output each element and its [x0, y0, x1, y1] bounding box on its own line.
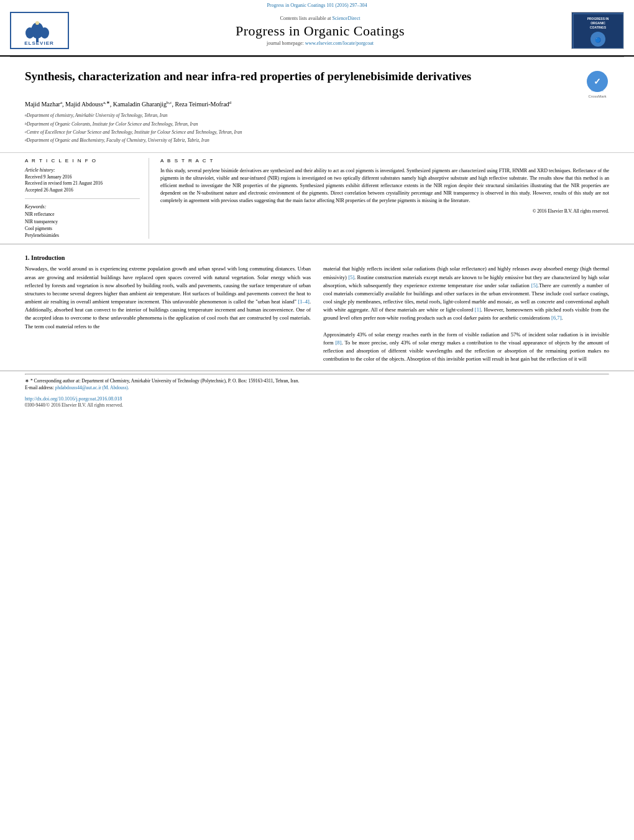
keyword-4: Perylenebisimides — [25, 232, 140, 239]
elsevier-logo: ELSEVIER — [10, 12, 69, 49]
article-history: Article history: Received 9 January 2016… — [25, 167, 140, 200]
svg-text:ELSEVIER: ELSEVIER — [24, 40, 54, 46]
copyright-line: © 2016 Elsevier B.V. All rights reserved… — [160, 208, 609, 214]
header-content: ELSEVIER Contents lists available at Sci… — [0, 9, 634, 52]
affiliations: a Department of chemistry, Amirkabir Uni… — [0, 110, 634, 149]
contents-text: Contents lists available at — [280, 16, 331, 21]
svg-text:CrossMark: CrossMark — [591, 89, 603, 92]
svg-point-3 — [25, 27, 34, 39]
journal-issue-text: Progress in Organic Coatings 101 (2016) … — [267, 2, 367, 8]
footnote-email-label: E-mail address: — [25, 385, 54, 390]
cover-svg: PROGRESS IN ORGANIC COATINGS 🔵 — [572, 12, 624, 49]
affiliation-d: d Department of Organic and Biochemistry… — [25, 137, 609, 145]
footer-issn: 0300-9440/© 2016 Elsevier B.V. All right… — [25, 402, 609, 408]
footnote-address: * Corresponding author at: Department of… — [30, 378, 299, 384]
affil-b-text: Department of Organic Colorants, Institu… — [27, 121, 198, 129]
intro-left-text: Nowadays, the world around us is experie… — [25, 265, 311, 330]
contents-line: Contents lists available at ScienceDirec… — [69, 16, 571, 21]
intro-left-col: Nowadays, the world around us is experie… — [25, 265, 311, 363]
footnote-section: ∗ * Corresponding author at: Department … — [0, 371, 634, 392]
intro-right-col: material that highly reflects incident s… — [323, 265, 609, 363]
svg-text:ORGANIC: ORGANIC — [590, 21, 605, 25]
homepage-url[interactable]: www.elsevier.com/locate/porgcoat — [305, 40, 374, 46]
svg-text:COATINGS: COATINGS — [590, 25, 607, 29]
intro-heading: 1. Introduction — [25, 254, 609, 261]
footnote-text: ∗ * Corresponding author at: Department … — [25, 377, 609, 392]
svg-text:PROGRESS IN: PROGRESS IN — [587, 17, 609, 21]
svg-point-5 — [35, 21, 39, 25]
intro-two-col: Nowadays, the world around us is experie… — [25, 265, 609, 363]
footnote-divider — [25, 374, 609, 375]
article-title-section: Synthesis, characterization and near inf… — [0, 57, 634, 97]
abstract-text: In this study, several perylene bisimide… — [160, 167, 609, 205]
doi-anchor[interactable]: http://dx.doi.org/10.1016/j.porgcoat.201… — [25, 396, 122, 402]
affil-c-text: Centre of Excellence for Colour Science … — [27, 129, 242, 137]
journal-issue-line: Progress in Organic Coatings 101 (2016) … — [0, 0, 634, 9]
footer-links: http://dx.doi.org/10.1016/j.porgcoat.201… — [0, 392, 634, 412]
affiliation-a: a Department of chemistry, Amirkabir Uni… — [25, 113, 609, 121]
authors-line: Majid Mazhara, Majid Abdoussa,∗, Kamalad… — [25, 99, 609, 109]
ref-1-4[interactable]: [1–4] — [298, 298, 309, 305]
keyword-3: Cool pigments — [25, 225, 140, 232]
keywords-title: Keywords: — [25, 204, 140, 210]
authors-section: Majid Mazhara, Majid Abdoussa,∗, Kamalad… — [0, 97, 634, 110]
crossmark-label: CrossMark — [586, 95, 609, 98]
sciencedirect-link[interactable]: ScienceDirect — [333, 16, 361, 21]
body-section: 1. Introduction Nowadays, the world arou… — [0, 244, 634, 363]
journal-cover-image: PROGRESS IN ORGANIC COATINGS 🔵 — [571, 12, 624, 49]
ref-8[interactable]: [8] — [336, 339, 342, 346]
accepted-date: Accepted 26 August 2016 — [25, 187, 140, 194]
keyword-1: NIR reflectance — [25, 211, 140, 218]
elsevier-logo-svg: ELSEVIER — [10, 12, 69, 49]
ref-5a[interactable]: [5] — [348, 274, 354, 280]
svg-text:🔵: 🔵 — [595, 37, 601, 43]
intro-right-text: material that highly reflects incident s… — [323, 265, 609, 363]
abstract-label: A B S T R A C T — [160, 158, 609, 164]
article-title: Synthesis, characterization and near inf… — [25, 68, 586, 85]
affil-d-text: Department of Organic and Biochemistry, … — [27, 137, 209, 145]
article-info-col: A R T I C L E I N F O Article history: R… — [25, 158, 149, 239]
affiliation-c: c Centre of Excellence for Colour Scienc… — [25, 129, 609, 137]
crossmark-svg: ✓ CrossMark — [586, 70, 609, 93]
crossmark-logo[interactable]: ✓ CrossMark CrossMark — [586, 70, 609, 93]
homepage-line: journal homepage: www.elsevier.com/locat… — [69, 40, 571, 46]
affiliation-b: b Department of Organic Colorants, Insti… — [25, 121, 609, 129]
received-date: Received 9 January 2016 — [25, 174, 140, 181]
journal-header: Progress in Organic Coatings 101 (2016) … — [0, 0, 634, 57]
page: Progress in Organic Coatings 101 (2016) … — [0, 0, 634, 840]
ref-6-7[interactable]: [6,7] — [551, 315, 561, 321]
abstract-col: A B S T R A C T In this study, several p… — [149, 158, 609, 239]
ref-5b[interactable]: [5] — [531, 282, 538, 288]
svg-text:✓: ✓ — [594, 76, 601, 86]
keyword-2: NIR transparency — [25, 218, 140, 225]
footnote-star: ∗ — [25, 378, 29, 384]
revised-date: Received in revised form 21 August 2016 — [25, 180, 140, 187]
article-info-abstract-section: A R T I C L E I N F O Article history: R… — [0, 152, 634, 239]
journal-title: Progress in Organic Coatings — [69, 23, 571, 39]
homepage-label: journal homepage: — [267, 40, 304, 46]
doi-link[interactable]: http://dx.doi.org/10.1016/j.porgcoat.201… — [25, 395, 609, 402]
ref-1[interactable]: [1] — [475, 307, 481, 313]
affil-a-text: Department of chemistry, Amirkabir Unive… — [27, 113, 168, 121]
journal-title-block: Contents lists available at ScienceDirec… — [69, 16, 571, 46]
keywords-section: Keywords: NIR reflectance NIR transparen… — [25, 204, 140, 239]
footnote-email[interactable]: phdabdouss44@aut.ac.ir (M. Abdouss). — [55, 385, 129, 390]
svg-point-4 — [40, 27, 49, 39]
article-info-label: A R T I C L E I N F O — [25, 158, 140, 164]
history-title: Article history: — [25, 167, 140, 173]
